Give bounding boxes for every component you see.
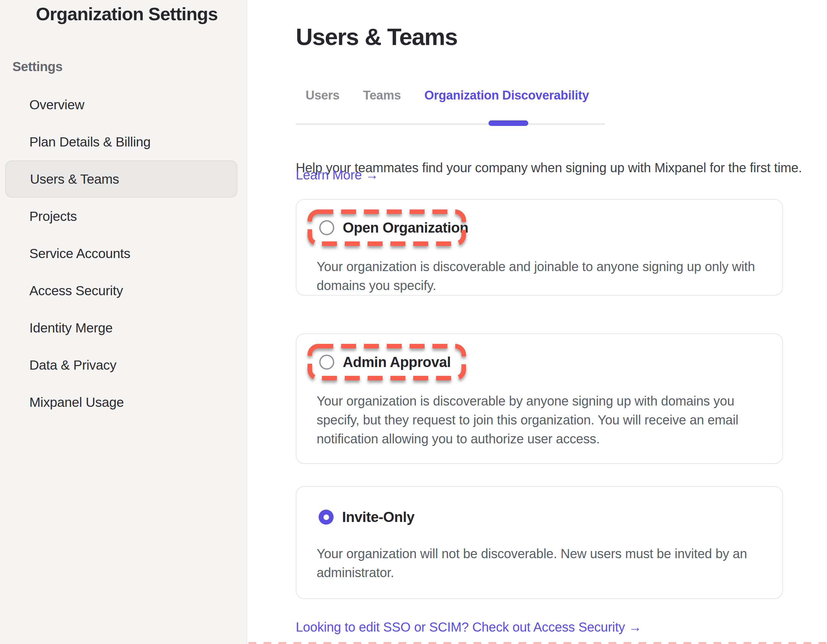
main-content: Users & Teams Users Teams Organization D… (248, 0, 827, 644)
option-description: Your organization is discoverable by any… (317, 391, 738, 448)
radio-option-admin-approval[interactable]: Admin Approval (307, 344, 466, 380)
option-card-invite-only: Invite-Only Your organization will not b… (296, 486, 783, 599)
sidebar-nav: Overview Plan Details & Billing Users & … (5, 86, 237, 421)
sidebar-item-mixpanel-usage[interactable]: Mixpanel Usage (5, 384, 237, 421)
sidebar-item-overview[interactable]: Overview (5, 86, 237, 123)
sidebar: Organization Settings Settings Overview … (0, 0, 247, 644)
option-card-open-organization: Open Organization Your organization is d… (296, 199, 783, 295)
tab-teams[interactable]: Teams (363, 88, 401, 103)
option-label: Open Organization (343, 220, 468, 236)
sidebar-title: Organization Settings (36, 3, 218, 25)
radio-unselected-icon[interactable] (319, 220, 334, 235)
arrow-right-icon: → (629, 620, 642, 634)
option-description: Your organization is discoverable and jo… (317, 257, 755, 295)
tab-divider (296, 123, 605, 125)
tab-bar: Users Teams Organization Discoverability (306, 88, 589, 103)
radio-dot (323, 514, 329, 520)
option-label: Invite-Only (342, 509, 415, 525)
description-line: Your organization is discoverable and jo… (317, 257, 755, 276)
sidebar-item-access-security[interactable]: Access Security (5, 272, 237, 309)
tab-organization-discoverability[interactable]: Organization Discoverability (424, 88, 589, 103)
sidebar-item-users-teams[interactable]: Users & Teams (5, 161, 237, 198)
learn-more-link[interactable]: Learn More → (296, 168, 378, 182)
option-card-admin-approval: Admin Approval Your organization is disc… (296, 333, 783, 464)
description-line: specify, but they request to join this o… (317, 410, 738, 429)
radio-option-open-organization[interactable]: Open Organization (307, 209, 466, 246)
description-line: notification allowing you to authorize u… (317, 429, 738, 448)
sidebar-item-plan-details-billing[interactable]: Plan Details & Billing (5, 123, 237, 161)
page-title: Users & Teams (296, 23, 457, 50)
description-line: Your organization will not be discoverab… (317, 544, 747, 563)
organization-settings-page: Organization Settings Settings Overview … (0, 0, 827, 644)
sidebar-section-label: Settings (12, 59, 62, 74)
access-security-link[interactable]: Looking to edit SSO or SCIM? Check out A… (296, 620, 641, 635)
description-line: Your organization is discoverable by any… (317, 391, 738, 410)
sidebar-item-projects[interactable]: Projects (5, 198, 237, 235)
sidebar-item-identity-merge[interactable]: Identity Merge (5, 309, 237, 347)
sidebar-item-service-accounts[interactable]: Service Accounts (5, 235, 237, 272)
learn-more-label: Learn More (296, 168, 362, 182)
access-security-link-label: Looking to edit SSO or SCIM? Check out A… (296, 620, 625, 634)
radio-selected-icon[interactable] (318, 510, 334, 525)
cropped-annotation-dashes (248, 642, 827, 644)
tab-users[interactable]: Users (306, 88, 340, 103)
radio-unselected-icon[interactable] (319, 355, 334, 370)
sidebar-item-data-privacy[interactable]: Data & Privacy (5, 347, 237, 384)
radio-option-invite-only[interactable]: Invite-Only (318, 507, 415, 527)
option-label: Admin Approval (343, 354, 451, 370)
active-tab-indicator (488, 120, 528, 126)
description-line: administrator. (317, 563, 747, 582)
description-line: domains you specify. (317, 276, 755, 295)
arrow-right-icon: → (365, 168, 378, 182)
option-description: Your organization will not be discoverab… (317, 544, 747, 582)
